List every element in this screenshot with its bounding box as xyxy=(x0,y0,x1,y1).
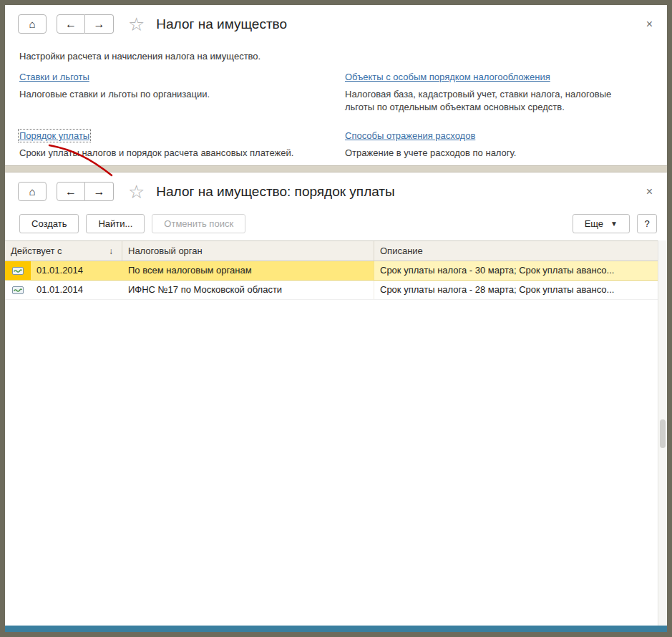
home-icon: ⌂ xyxy=(29,185,35,198)
cell-org: По всем налоговым органам xyxy=(122,261,374,280)
history-nav: ← → xyxy=(57,182,114,201)
vertical-scrollbar[interactable] xyxy=(658,240,667,626)
favorite-star-icon[interactable]: ☆ xyxy=(128,15,145,34)
favorite-star-icon[interactable]: ☆ xyxy=(128,183,145,201)
forward-button[interactable]: → xyxy=(85,182,114,201)
record-icon-cell xyxy=(5,261,31,280)
app-window: ⌂ ← → ☆ Налог на имущество × Настройки р… xyxy=(0,0,672,637)
link-block-special-objects: Объекты с особым порядком налогообложени… xyxy=(345,70,660,113)
payment-order-table: Действует с ↓ Налоговый орган Описание xyxy=(5,240,658,626)
link-expense-reflection-desc: Отражение в учете расходов по налогу. xyxy=(345,147,638,160)
column-header-desc[interactable]: Описание xyxy=(374,241,658,261)
column-header-org-label: Налоговый орган xyxy=(128,245,203,256)
cell-date: 01.01.2014 xyxy=(31,261,122,280)
cell-desc: Срок уплаты налога - 30 марта; Срок упла… xyxy=(374,261,658,280)
link-payment-order[interactable]: Порядок уплаты xyxy=(19,130,89,141)
list-toolbar: Создать Найти... Отменить поиск Еще ▼ ? xyxy=(5,208,667,240)
create-button[interactable]: Создать xyxy=(19,214,79,233)
close-icon[interactable]: × xyxy=(643,185,656,198)
link-block-expense-reflection: Способы отражения расходов Отражение в у… xyxy=(345,129,660,160)
table-row[interactable]: 01.01.2014 ИФНС №17 по Московской област… xyxy=(5,281,658,300)
column-header-date[interactable]: Действует с ↓ xyxy=(5,241,122,261)
help-button[interactable]: ? xyxy=(637,214,657,233)
panel-property-tax: ⌂ ← → ☆ Налог на имущество × Настройки р… xyxy=(5,5,667,165)
link-special-objects-desc: Налоговая база, кадастровый учет, ставки… xyxy=(345,88,638,113)
link-payment-order-desc: Сроки уплаты налогов и порядок расчета а… xyxy=(19,147,323,160)
back-arrow-icon: ← xyxy=(65,19,77,30)
panel2-header: ⌂ ← → ☆ Налог на имущество: порядок упла… xyxy=(5,172,667,208)
link-rates-desc: Налоговые ставки и льготы по организации… xyxy=(19,88,323,101)
more-label: Еще xyxy=(585,218,603,229)
scrollbar-thumb[interactable] xyxy=(660,419,666,448)
column-header-desc-label: Описание xyxy=(380,245,423,256)
forward-arrow-icon: → xyxy=(94,19,105,30)
cell-date: 01.01.2014 xyxy=(31,281,122,299)
panel-payment-order-list: ⌂ ← → ☆ Налог на имущество: порядок упла… xyxy=(5,172,667,632)
link-special-objects[interactable]: Объекты с особым порядком налогообложени… xyxy=(345,72,550,82)
back-arrow-icon: ← xyxy=(65,186,77,198)
cell-desc: Срок уплаты налога - 28 марта; Срок упла… xyxy=(374,281,658,299)
chevron-down-icon: ▼ xyxy=(610,220,618,228)
more-button[interactable]: Еще ▼ xyxy=(573,214,630,233)
home-icon: ⌂ xyxy=(29,18,35,30)
cell-org: ИФНС №17 по Московской области xyxy=(122,281,374,299)
find-button[interactable]: Найти... xyxy=(86,214,145,233)
link-block-payment-order: Порядок уплаты Сроки уплаты налогов и по… xyxy=(19,129,345,160)
column-header-org[interactable]: Налоговый орган xyxy=(122,241,374,261)
back-button[interactable]: ← xyxy=(57,182,85,201)
forward-arrow-icon: → xyxy=(94,186,105,198)
forward-button[interactable]: → xyxy=(85,14,114,34)
close-icon[interactable]: × xyxy=(643,18,656,31)
record-icon xyxy=(12,286,24,294)
cancel-search-button: Отменить поиск xyxy=(152,214,245,233)
panel1-header: ⌂ ← → ☆ Налог на имущество × xyxy=(5,5,667,41)
table-header: Действует с ↓ Налоговый орган Описание xyxy=(5,240,658,261)
link-expense-reflection[interactable]: Способы отражения расходов xyxy=(345,130,475,141)
panel-divider xyxy=(5,165,667,172)
link-rates-benefits[interactable]: Ставки и льготы xyxy=(19,72,89,82)
sort-descending-icon: ↓ xyxy=(109,246,113,256)
column-header-date-label: Действует с xyxy=(11,245,62,256)
table-zone: Действует с ↓ Налоговый орган Описание xyxy=(5,240,667,626)
panel1-subtitle: Настройки расчета и начисления налога на… xyxy=(5,41,667,62)
bottom-accent-bar xyxy=(5,626,667,632)
home-button[interactable]: ⌂ xyxy=(18,14,47,34)
settings-links: Ставки и льготы Налоговые ставки и льгот… xyxy=(5,62,667,160)
page-title: Налог на имущество xyxy=(156,16,287,32)
history-nav: ← → xyxy=(57,14,114,34)
link-block-rates: Ставки и льготы Налоговые ставки и льгот… xyxy=(19,70,345,113)
page-title: Налог на имущество: порядок уплаты xyxy=(156,184,394,200)
record-icon-cell xyxy=(5,281,31,299)
back-button[interactable]: ← xyxy=(57,14,85,34)
record-icon xyxy=(12,267,24,275)
table-row[interactable]: 01.01.2014 По всем налоговым органам Сро… xyxy=(5,261,658,281)
home-button[interactable]: ⌂ xyxy=(18,182,47,201)
